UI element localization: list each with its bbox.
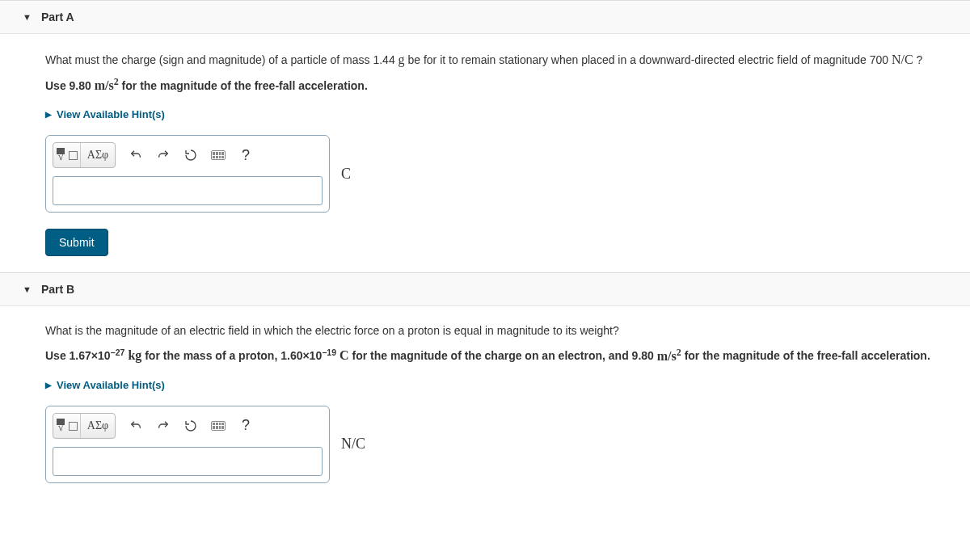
answer-toolbar: √ ΑΣφ — [53, 142, 323, 168]
reset-button[interactable] — [177, 414, 205, 438]
submit-button[interactable]: Submit — [45, 229, 108, 256]
units-label: N/C — [341, 436, 365, 453]
instr-text: for the magnitude of the charge on an el… — [349, 350, 657, 363]
instr-text: for the magnitude of the free-fall accel… — [681, 350, 930, 363]
instr-text: for the mass of a proton, 1.60×10 — [141, 350, 322, 363]
answer-input[interactable] — [53, 176, 323, 205]
template-button[interactable]: √ — [53, 143, 81, 167]
view-hints-link[interactable]: ▶ View Available Hint(s) — [45, 108, 165, 120]
help-button[interactable]: ? — [232, 414, 259, 438]
caret-down-icon: ▼ — [23, 12, 32, 22]
redo-button[interactable] — [150, 414, 177, 438]
sqrt-template-icon: √ — [57, 148, 78, 162]
part-a-title: Part A — [41, 11, 74, 23]
answer-input[interactable] — [53, 447, 323, 476]
hints-label: View Available Hint(s) — [57, 379, 165, 391]
instruction-text: Use 9.80 — [45, 79, 95, 92]
unit-kg: kg — [124, 349, 141, 363]
undo-button[interactable] — [122, 414, 150, 438]
prompt-text: ? — [913, 53, 923, 66]
template-group: √ ΑΣφ — [53, 413, 116, 439]
part-a-prompt: What must the charge (sign and magnitude… — [45, 50, 970, 69]
part-b: ▼ Part B What is the magnitude of an ele… — [0, 272, 970, 515]
keyboard-button[interactable] — [205, 414, 232, 438]
part-b-prompt: What is the magnitude of an electric fie… — [45, 322, 970, 339]
unit-nc: N/C — [892, 53, 913, 66]
greek-symbols-button[interactable]: ΑΣφ — [81, 143, 115, 167]
undo-button[interactable] — [122, 143, 150, 167]
unit-c: C — [336, 349, 349, 363]
template-group: √ ΑΣφ — [53, 142, 116, 168]
redo-button[interactable] — [150, 143, 177, 167]
units-label: C — [341, 166, 351, 183]
instr-text: Use 1.67×10 — [45, 350, 111, 363]
sqrt-template-icon: √ — [57, 419, 78, 433]
part-b-title: Part B — [41, 283, 74, 296]
prompt-text: be for it to remain stationary when plac… — [405, 53, 892, 66]
instr-exp: −19 — [322, 347, 336, 357]
instr-exp: −27 — [111, 347, 125, 357]
part-a-body: What must the charge (sign and magnitude… — [0, 34, 970, 272]
greek-symbols-button[interactable]: ΑΣφ — [81, 414, 115, 438]
prompt-text: What must the charge (sign and magnitude… — [45, 53, 399, 66]
help-button[interactable]: ? — [232, 143, 259, 167]
triangle-right-icon: ▶ — [45, 110, 52, 119]
view-hints-link[interactable]: ▶ View Available Hint(s) — [45, 379, 165, 391]
answer-toolbar: √ ΑΣφ — [53, 413, 323, 439]
keyboard-icon — [211, 421, 226, 431]
template-button[interactable]: √ — [53, 414, 81, 438]
answer-box: √ ΑΣφ — [45, 406, 330, 483]
instruction-text: for the magnitude of the free-fall accel… — [119, 79, 368, 92]
reset-button[interactable] — [177, 143, 205, 167]
part-a-instruction: Use 9.80 m/s2 for the magnitude of the f… — [45, 74, 970, 95]
answer-row: √ ΑΣφ — [45, 406, 970, 483]
part-a: ▼ Part A What must the charge (sign and … — [0, 0, 970, 272]
hints-label: View Available Hint(s) — [57, 108, 165, 120]
answer-row: √ ΑΣφ — [45, 135, 970, 213]
part-a-header[interactable]: ▼ Part A — [0, 1, 970, 34]
keyboard-button[interactable] — [205, 143, 232, 167]
keyboard-icon — [211, 150, 226, 160]
triangle-right-icon: ▶ — [45, 381, 52, 389]
caret-down-icon: ▼ — [23, 284, 32, 294]
unit-g: g — [399, 53, 405, 66]
unit-ms2: m/s2 — [95, 78, 119, 92]
unit-ms2: m/s2 — [657, 349, 681, 363]
answer-box: √ ΑΣφ — [45, 135, 330, 213]
part-b-header[interactable]: ▼ Part B — [0, 273, 970, 306]
part-b-instruction: Use 1.67×10−27 kg for the mass of a prot… — [45, 344, 970, 365]
part-b-body: What is the magnitude of an electric fie… — [0, 306, 970, 515]
